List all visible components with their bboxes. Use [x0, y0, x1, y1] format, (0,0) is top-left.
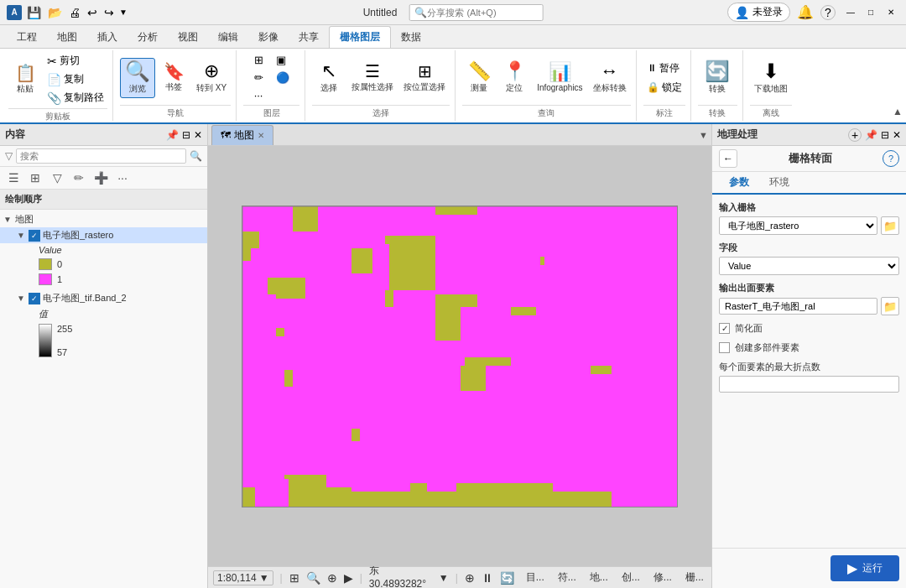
field-select[interactable]: Value: [719, 257, 899, 275]
subtab-params[interactable]: 参数: [719, 172, 759, 195]
nav-next-icon[interactable]: ▶: [344, 571, 353, 585]
locate-button[interactable]: 📍 定位: [497, 60, 531, 96]
minimize-button[interactable]: —: [842, 4, 859, 21]
right-panel-autohide-icon[interactable]: ⊟: [881, 129, 889, 141]
nav-prev-icon[interactable]: ⊞: [289, 571, 299, 585]
tab-close-icon[interactable]: ✕: [258, 131, 264, 140]
tab-bianji[interactable]: 编辑: [208, 27, 248, 48]
output-folder-button[interactable]: 📁: [881, 297, 899, 315]
left-panel-close-icon[interactable]: ✕: [194, 129, 202, 141]
tab-gongcheng[interactable]: 工程: [7, 27, 47, 48]
download-map-button[interactable]: ⬇ 下载地图: [750, 59, 792, 97]
map-tab-main[interactable]: 🗺 地图 ✕: [211, 125, 273, 145]
bell-icon[interactable]: 🔔: [797, 4, 814, 20]
lock-button[interactable]: 🔒 锁定: [643, 79, 685, 96]
measure-button[interactable]: 📏 测量: [462, 60, 496, 96]
layer-tool-1[interactable]: ⊞: [251, 52, 271, 68]
help-icon[interactable]: ?: [820, 5, 836, 20]
undo-icon[interactable]: ↩: [86, 4, 99, 21]
right-panel-help-button[interactable]: ?: [883, 150, 899, 167]
browse-button[interactable]: 🔍 浏览: [120, 58, 155, 98]
edit-layer-button[interactable]: ✏: [69, 169, 89, 187]
tab-shuju[interactable]: 数据: [391, 27, 431, 48]
right-panel-close-icon[interactable]: ✕: [893, 129, 901, 141]
dropdown-icon[interactable]: ▼: [119, 8, 128, 17]
bottom-tab-shan[interactable]: 栅...: [680, 569, 709, 586]
coords-dropdown-icon[interactable]: ▼: [439, 572, 449, 584]
tree-item-tif[interactable]: ▼ 电子地图_tif.Band_2: [0, 290, 207, 306]
copy-button[interactable]: 📄 复制: [44, 70, 107, 88]
bottom-tab-xiu[interactable]: 修...: [648, 569, 677, 586]
map-dropdown-icon[interactable]: ▼: [699, 130, 708, 140]
output-input[interactable]: [719, 298, 877, 315]
layer-search-input[interactable]: [16, 148, 186, 164]
input-raster-select[interactable]: 电子地图_rastero: [719, 216, 877, 235]
close-button[interactable]: ✕: [883, 4, 899, 21]
list-view-button[interactable]: ☰: [3, 169, 23, 187]
right-panel-pin-icon[interactable]: 📌: [865, 129, 877, 141]
max-vertices-input[interactable]: [719, 376, 899, 393]
zoom-icon[interactable]: 🔍: [306, 571, 320, 585]
user-button[interactable]: 👤 未登录: [727, 3, 790, 22]
layer-tool-2[interactable]: ▣: [273, 52, 293, 68]
bottom-tab-fu[interactable]: 符...: [553, 569, 581, 586]
scale-selector[interactable]: 1:80,114 ▼: [213, 570, 273, 585]
tab-charu[interactable]: 插入: [87, 27, 128, 48]
goto-xy-button[interactable]: ⊕ 转到 XY: [192, 60, 231, 96]
infographics-button[interactable]: 📊 Infographics: [533, 60, 586, 95]
pause-status-icon[interactable]: ⏸: [482, 571, 493, 585]
title-search-input[interactable]: [427, 8, 536, 18]
quick-save-icon[interactable]: 💾: [25, 4, 43, 21]
tree-item-map[interactable]: ▼ 地图: [0, 211, 207, 227]
bottom-tab-di[interactable]: 地...: [585, 569, 613, 586]
cut-button[interactable]: ✂ 剪切: [44, 52, 107, 70]
bookmark-button[interactable]: 🔖 书签: [157, 60, 190, 96]
tab-ditu[interactable]: 地图: [47, 27, 87, 48]
refresh-status-icon[interactable]: 🔄: [500, 571, 514, 585]
pause-button[interactable]: ⏸ 暂停: [643, 60, 685, 77]
filter-button[interactable]: ▽: [47, 169, 67, 187]
tab-shitu[interactable]: 视图: [168, 27, 208, 48]
raster-checkbox[interactable]: [29, 230, 40, 242]
attr-select-button[interactable]: ☰ 按属性选择: [347, 60, 398, 96]
copy-path-button[interactable]: 📎 复制路径: [44, 89, 107, 107]
search-icon-left[interactable]: 🔍: [190, 150, 202, 162]
left-panel-autohide-icon[interactable]: ⊟: [182, 129, 190, 141]
tab-fenxi[interactable]: 分析: [128, 27, 168, 48]
more-options-button[interactable]: ···: [112, 169, 133, 187]
add-layer-button[interactable]: ➕: [91, 169, 111, 187]
paste-button[interactable]: 📋 粘贴: [8, 62, 42, 97]
loc-select-button[interactable]: ⊞ 按位置选择: [399, 60, 450, 96]
quick-print-icon[interactable]: 🖨: [67, 4, 82, 21]
maximize-button[interactable]: □: [862, 4, 879, 21]
convert-button[interactable]: 🔄 转换: [700, 59, 734, 97]
subtab-env[interactable]: 环境: [759, 172, 799, 193]
coord-convert-button[interactable]: ↔ 坐标转换: [589, 60, 631, 96]
create-multi-checkbox[interactable]: [719, 342, 730, 353]
right-panel-add-icon[interactable]: +: [848, 128, 862, 142]
simplify-checkbox[interactable]: [719, 323, 730, 334]
tab-shange[interactable]: 栅格图层: [329, 26, 391, 48]
run-button[interactable]: ▶ 运行: [830, 555, 899, 581]
table-view-button[interactable]: ⊞: [25, 169, 45, 187]
nav-home-icon[interactable]: ⊕: [327, 571, 337, 585]
ribbon-expand-icon[interactable]: ▲: [893, 106, 903, 117]
nav-back-button[interactable]: ←: [719, 149, 737, 168]
redo-icon[interactable]: ↪: [102, 4, 116, 21]
layer-tool-3[interactable]: ✏: [251, 70, 271, 86]
select-button[interactable]: ↖ 选择: [312, 60, 346, 96]
title-search-box[interactable]: 🔍: [409, 4, 543, 21]
location-icon[interactable]: ⊕: [465, 571, 475, 585]
bottom-tab-mu[interactable]: 目...: [521, 569, 549, 586]
left-panel-pin-icon[interactable]: 📌: [166, 129, 179, 141]
bottom-tab-chuang[interactable]: 创...: [617, 569, 645, 586]
map-canvas[interactable]: [208, 146, 711, 566]
layer-tool-4[interactable]: 🔵: [273, 70, 293, 86]
input-raster-folder-button[interactable]: 📁: [881, 216, 899, 235]
quick-open-icon[interactable]: 📂: [46, 4, 64, 21]
tree-item-raster[interactable]: ▼ 电子地图_rastero: [0, 227, 207, 243]
tab-gongxiang[interactable]: 共享: [289, 27, 329, 48]
tif-checkbox[interactable]: [29, 293, 40, 304]
tab-yingxiang[interactable]: 影像: [248, 27, 289, 48]
layer-tool-5[interactable]: ···: [251, 87, 271, 103]
